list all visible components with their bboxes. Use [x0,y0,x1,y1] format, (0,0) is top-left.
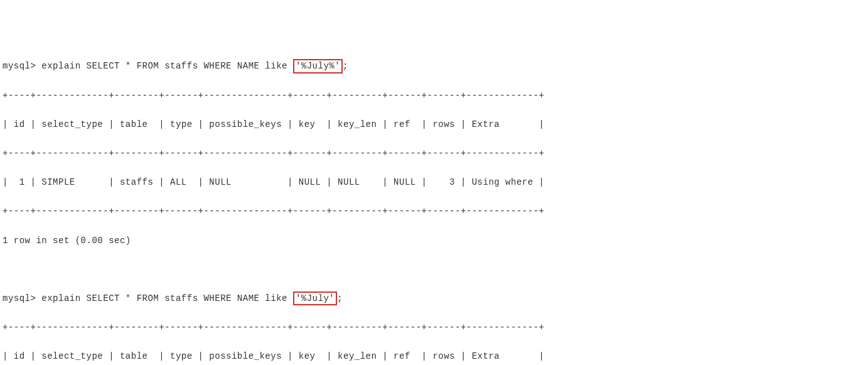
query-line-2: mysql> explain SELECT * FROM staffs WHER… [3,291,865,306]
query-prefix: mysql> explain SELECT * FROM staffs WHER… [3,293,293,303]
query-suffix: ; [343,61,348,71]
table-separator: +----+-------------+--------+------+----… [3,204,865,219]
blank-line [3,263,865,277]
table-header: | id | select_type | table | type | poss… [3,349,865,364]
query-line-1: mysql> explain SELECT * FROM staffs WHER… [3,59,865,74]
query-suffix: ; [337,293,343,303]
table-separator: +----+-------------+--------+------+----… [3,320,865,335]
table-header: | id | select_type | table | type | poss… [3,117,865,132]
highlight-literal-1: '%July%' [293,59,343,73]
table-row: | 1 | SIMPLE | staffs | ALL | NULL | NUL… [3,175,865,190]
table-separator: +----+-------------+--------+------+----… [3,146,865,161]
result-footer: 1 row in set (0.00 sec) [3,234,865,248]
table-separator: +----+-------------+--------+------+----… [3,89,865,103]
highlight-literal-2: '%July' [293,291,337,305]
query-prefix: mysql> explain SELECT * FROM staffs WHER… [3,61,293,71]
